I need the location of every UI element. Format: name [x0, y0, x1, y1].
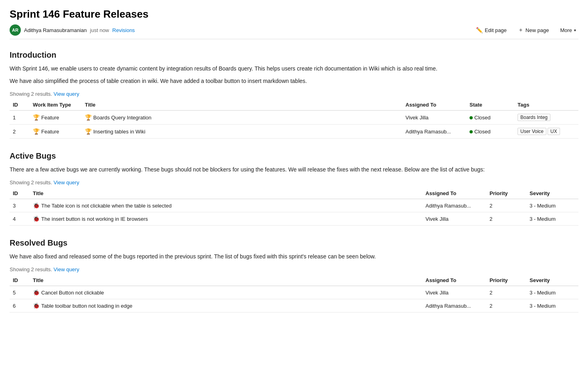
- col-header-tags: Tags: [514, 99, 578, 111]
- toolbar-right: ✏️ Edit page ＋ New page More ▾: [474, 25, 578, 35]
- rb-col-header-id: ID: [10, 275, 30, 286]
- more-button[interactable]: More ▾: [558, 26, 578, 35]
- table-row: 3 🐞The Table icon is not clickable when …: [10, 199, 578, 212]
- cell-assigned: Vivek Jilla: [422, 286, 486, 299]
- introduction-view-query-link[interactable]: View query: [54, 91, 79, 97]
- page-title: Sprint 146 Feature Releases: [10, 8, 578, 20]
- cell-id: 2: [10, 125, 30, 139]
- introduction-para-2: We have also simplified the process of t…: [10, 77, 578, 85]
- plus-icon: ＋: [518, 26, 524, 34]
- cell-type: 🏆Feature: [30, 125, 82, 139]
- bug-icon: 🐞: [33, 216, 40, 222]
- cell-title: 🐞The insert button is not working in IE …: [30, 212, 422, 226]
- bug-icon: 🐞: [33, 202, 40, 209]
- table-row: 2 🏆Feature 🏆Inserting tables in Wiki Adi…: [10, 125, 578, 139]
- revisions-link[interactable]: Revisions: [112, 27, 135, 33]
- content-area: Introduction With Sprint 146, we enable …: [10, 41, 578, 313]
- col-header-title: Title: [82, 99, 402, 111]
- cell-priority: 2: [486, 286, 526, 299]
- ab-col-header-assigned: Assigned To: [422, 188, 486, 199]
- feature-icon: 🏆: [33, 114, 40, 121]
- introduction-table: ID Work Item Type Title Assigned To Stat…: [10, 99, 578, 139]
- tag-badge: User Voice: [518, 128, 546, 135]
- cell-severity: 3 - Medium: [526, 212, 578, 226]
- edit-page-button[interactable]: ✏️ Edit page: [474, 25, 509, 35]
- cell-severity: 3 - Medium: [526, 199, 578, 212]
- avatar: AR: [10, 24, 21, 36]
- author-name: Adithya Ramasubramanian: [24, 27, 87, 33]
- cell-severity: 3 - Medium: [526, 286, 578, 299]
- active-bugs-section: Active Bugs There are a few active bugs …: [10, 151, 578, 226]
- cell-title: 🏆Inserting tables in Wiki: [82, 125, 402, 139]
- cell-priority: 2: [486, 299, 526, 313]
- col-header-assigned: Assigned To: [402, 99, 466, 111]
- chevron-down-icon: ▾: [574, 28, 576, 32]
- ab-col-header-severity: Severity: [526, 188, 578, 199]
- cell-type: 🏆Feature: [30, 111, 82, 125]
- active-bugs-view-query-link[interactable]: View query: [54, 179, 79, 185]
- cell-title: 🐞The Table icon is not clickable when th…: [30, 199, 422, 212]
- cell-title: 🐞Table toolbar button not loading in edg…: [30, 299, 422, 313]
- cell-priority: 2: [486, 212, 526, 226]
- table-row: 1 🏆Feature 🏆Boards Query Integration Viv…: [10, 111, 578, 125]
- ab-col-header-priority: Priority: [486, 188, 526, 199]
- new-page-button[interactable]: ＋ New page: [516, 25, 552, 35]
- cell-tags: Boards Integ: [514, 111, 578, 125]
- feature-icon-title: 🏆: [85, 114, 92, 121]
- status-dot: [470, 116, 473, 119]
- rb-col-header-priority: Priority: [486, 275, 526, 286]
- edit-icon: ✏️: [476, 27, 483, 33]
- feature-icon: 🏆: [33, 128, 40, 135]
- resolved-bugs-table: ID Title Assigned To Priority Severity 5…: [10, 275, 578, 313]
- introduction-showing-results: Showing 2 results. View query: [10, 91, 578, 97]
- rb-col-header-title: Title: [30, 275, 422, 286]
- cell-id: 4: [10, 212, 30, 226]
- cell-id: 5: [10, 286, 30, 299]
- cell-state: Closed: [466, 125, 514, 139]
- cell-state: Closed: [466, 111, 514, 125]
- cell-assigned: Adithya Ramasub...: [422, 199, 486, 212]
- timestamp: just now: [90, 27, 109, 33]
- feature-icon-title: 🏆: [85, 128, 92, 135]
- cell-assigned: Adithya Ramasub...: [402, 125, 466, 139]
- rb-col-header-assigned: Assigned To: [422, 275, 486, 286]
- resolved-bugs-heading: Resolved Bugs: [10, 238, 578, 248]
- cell-tags: User VoiceUX: [514, 125, 578, 139]
- tag-badge: UX: [548, 128, 560, 135]
- cell-assigned: Adithya Ramasub...: [422, 299, 486, 313]
- resolved-bugs-showing-results: Showing 2 results. View query: [10, 266, 578, 272]
- table-row: 5 🐞Cancel Button not clickable Vivek Jil…: [10, 286, 578, 299]
- col-header-state: State: [466, 99, 514, 111]
- ab-col-header-title: Title: [30, 188, 422, 199]
- introduction-heading: Introduction: [10, 50, 578, 60]
- col-header-id: ID: [10, 99, 30, 111]
- cell-assigned: Vivek Jilla: [422, 212, 486, 226]
- table-row: 6 🐞Table toolbar button not loading in e…: [10, 299, 578, 313]
- active-bugs-para: There are a few active bugs we are curre…: [10, 165, 578, 174]
- cell-id: 6: [10, 299, 30, 313]
- cell-title: 🏆Boards Query Integration: [82, 111, 402, 125]
- cell-title: 🐞Cancel Button not clickable: [30, 286, 422, 299]
- bug-icon: 🐞: [33, 289, 40, 296]
- cell-priority: 2: [486, 199, 526, 212]
- active-bugs-showing-results: Showing 2 results. View query: [10, 179, 578, 185]
- active-bugs-table: ID Title Assigned To Priority Severity 3…: [10, 188, 578, 226]
- tag-badge: Boards Integ: [518, 114, 550, 121]
- cell-id: 3: [10, 199, 30, 212]
- cell-id: 1: [10, 111, 30, 125]
- resolved-bugs-view-query-link[interactable]: View query: [54, 266, 79, 272]
- cell-assigned: Vivek Jilla: [402, 111, 466, 125]
- resolved-bugs-section: Resolved Bugs We have also fixed and rel…: [10, 238, 578, 313]
- active-bugs-heading: Active Bugs: [10, 151, 578, 161]
- status-dot: [470, 130, 473, 133]
- introduction-para-1: With Sprint 146, we enable users to crea…: [10, 65, 578, 73]
- meta-bar: AR Adithya Ramasubramanian just now Revi…: [10, 24, 578, 39]
- cell-severity: 3 - Medium: [526, 299, 578, 313]
- col-header-type: Work Item Type: [30, 99, 82, 111]
- rb-col-header-severity: Severity: [526, 275, 578, 286]
- resolved-bugs-para: We have also fixed and released some of …: [10, 252, 578, 261]
- ab-col-header-id: ID: [10, 188, 30, 199]
- table-row: 4 🐞The insert button is not working in I…: [10, 212, 578, 226]
- introduction-section: Introduction With Sprint 146, we enable …: [10, 50, 578, 139]
- bug-icon: 🐞: [33, 302, 40, 309]
